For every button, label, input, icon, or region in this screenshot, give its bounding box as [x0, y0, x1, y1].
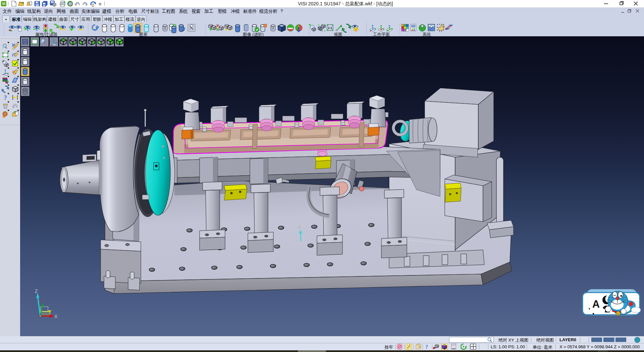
svg-text:Y: Y	[41, 299, 43, 303]
svg-text:Z: Z	[298, 225, 301, 229]
svg-text:Vi: Vi	[2, 2, 5, 6]
svg-text:’: ’	[588, 306, 590, 314]
svg-text:A: A	[592, 298, 600, 310]
svg-text:Z: Z	[35, 289, 38, 294]
svg-text:1:1: 1:1	[328, 26, 332, 30]
svg-text:X: X	[54, 314, 58, 319]
svg-text:?: ?	[4, 94, 7, 101]
svg-text:?: ?	[425, 344, 428, 350]
